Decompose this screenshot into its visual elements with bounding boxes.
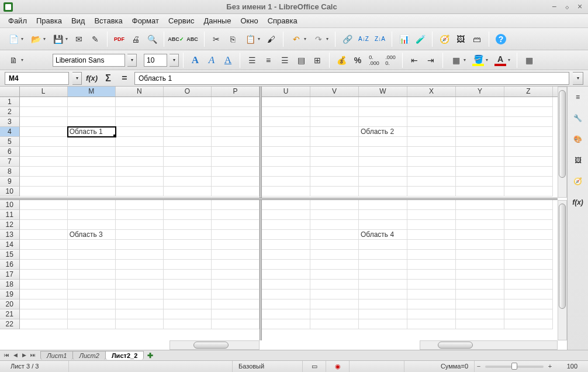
cell[interactable] bbox=[212, 250, 260, 260]
cell[interactable] bbox=[504, 200, 553, 210]
cell[interactable] bbox=[262, 177, 310, 187]
cell[interactable] bbox=[20, 230, 68, 240]
cell[interactable] bbox=[310, 290, 359, 299]
cell[interactable] bbox=[456, 127, 504, 137]
menu-tools[interactable]: Сервис bbox=[164, 15, 199, 27]
add-decimal-button[interactable]: 0..000 bbox=[366, 53, 382, 68]
cell[interactable] bbox=[407, 220, 456, 230]
status-zoom[interactable]: 100 % bbox=[554, 361, 583, 372]
grid-button[interactable]: ▦ bbox=[521, 53, 537, 68]
currency-button[interactable]: 💰 bbox=[334, 53, 349, 68]
cell[interactable] bbox=[310, 157, 359, 167]
cell[interactable] bbox=[504, 157, 553, 167]
cell[interactable] bbox=[116, 107, 164, 117]
cell[interactable] bbox=[504, 187, 553, 197]
minimize-button[interactable]: − bbox=[549, 2, 559, 12]
cell[interactable] bbox=[456, 250, 504, 260]
borders-button[interactable]: ▦ bbox=[447, 53, 468, 68]
cell[interactable] bbox=[116, 97, 164, 107]
cell[interactable] bbox=[116, 137, 164, 147]
email-button[interactable]: ✉ bbox=[71, 32, 87, 47]
select-all-corner[interactable] bbox=[0, 87, 20, 97]
cell[interactable] bbox=[456, 299, 504, 309]
cell[interactable] bbox=[20, 210, 68, 220]
cell[interactable] bbox=[212, 270, 260, 280]
grid-pane[interactable]: UVWXYZОбласть 2 bbox=[262, 87, 558, 198]
cell[interactable] bbox=[359, 107, 407, 117]
cell[interactable] bbox=[116, 210, 164, 220]
status-selection-mode[interactable]: ◉ bbox=[326, 361, 350, 372]
cell[interactable] bbox=[262, 240, 310, 250]
cell[interactable] bbox=[504, 220, 553, 230]
column-header[interactable]: N bbox=[116, 87, 164, 97]
cell[interactable] bbox=[359, 260, 407, 270]
cell[interactable] bbox=[164, 270, 212, 280]
cell[interactable] bbox=[262, 319, 310, 329]
cell[interactable] bbox=[359, 270, 407, 280]
row-header[interactable]: 2 bbox=[0, 107, 20, 117]
cell[interactable] bbox=[310, 230, 359, 240]
cell[interactable] bbox=[359, 299, 407, 309]
row-header[interactable]: 6 bbox=[0, 147, 20, 157]
cell[interactable] bbox=[212, 240, 260, 250]
cell[interactable] bbox=[504, 230, 553, 240]
sort-asc-button[interactable]: A↓Z bbox=[356, 32, 371, 47]
cell[interactable]: Область 3 bbox=[68, 230, 116, 240]
cell[interactable] bbox=[164, 220, 212, 230]
sidebar-properties-button[interactable]: 🔧 bbox=[570, 110, 586, 126]
fontcolor-button[interactable]: A bbox=[492, 53, 513, 68]
cell[interactable] bbox=[456, 260, 504, 270]
cell[interactable] bbox=[68, 167, 116, 177]
cell[interactable] bbox=[68, 299, 116, 309]
cell[interactable] bbox=[212, 230, 260, 240]
cell[interactable] bbox=[262, 220, 310, 230]
cell[interactable] bbox=[20, 177, 68, 187]
cell[interactable] bbox=[504, 117, 553, 127]
cell[interactable] bbox=[456, 220, 504, 230]
cell[interactable] bbox=[164, 309, 212, 319]
cell[interactable] bbox=[212, 220, 260, 230]
align-right-button[interactable]: ☰ bbox=[277, 53, 292, 68]
cell[interactable] bbox=[310, 240, 359, 250]
sidebar-navigator-button[interactable]: 🧭 bbox=[570, 173, 586, 190]
cell[interactable] bbox=[407, 137, 456, 147]
cell[interactable] bbox=[407, 299, 456, 309]
align-center-button[interactable]: ≡ bbox=[261, 53, 276, 68]
bgcolor-button[interactable]: 🪣 bbox=[469, 53, 490, 68]
cut-button[interactable]: ✂ bbox=[209, 32, 224, 47]
cell[interactable] bbox=[310, 309, 359, 319]
cell[interactable] bbox=[310, 107, 359, 117]
cell[interactable] bbox=[407, 200, 456, 210]
cell[interactable] bbox=[212, 200, 260, 210]
cell[interactable] bbox=[310, 220, 359, 230]
status-sum[interactable]: Сумма=0 bbox=[404, 361, 475, 372]
cell[interactable] bbox=[68, 187, 116, 197]
cell[interactable] bbox=[68, 107, 116, 117]
cell[interactable] bbox=[164, 167, 212, 177]
cell[interactable] bbox=[164, 299, 212, 309]
cell[interactable] bbox=[359, 177, 407, 187]
cell[interactable] bbox=[504, 177, 553, 187]
cell[interactable] bbox=[407, 107, 456, 117]
cell[interactable] bbox=[212, 137, 260, 147]
cell[interactable] bbox=[68, 309, 116, 319]
row-header[interactable]: 8 bbox=[0, 167, 20, 177]
cell[interactable] bbox=[164, 230, 212, 240]
cell[interactable] bbox=[68, 290, 116, 299]
align-justify-button[interactable]: ▤ bbox=[293, 53, 309, 68]
row-header[interactable]: 7 bbox=[0, 157, 20, 167]
scrollbar-thumb[interactable] bbox=[438, 342, 473, 349]
equals-button[interactable]: = bbox=[118, 72, 131, 85]
cell[interactable] bbox=[20, 250, 68, 260]
cell[interactable] bbox=[310, 177, 359, 187]
column-header[interactable]: O bbox=[164, 87, 212, 97]
cell[interactable] bbox=[407, 280, 456, 290]
column-header[interactable]: L bbox=[20, 87, 68, 97]
cell[interactable] bbox=[456, 210, 504, 220]
cell[interactable] bbox=[116, 117, 164, 127]
cell[interactable] bbox=[20, 147, 68, 157]
decrease-indent-button[interactable]: ⇤ bbox=[407, 53, 422, 68]
cell[interactable] bbox=[164, 97, 212, 107]
cell[interactable] bbox=[310, 260, 359, 270]
cell[interactable] bbox=[359, 290, 407, 299]
